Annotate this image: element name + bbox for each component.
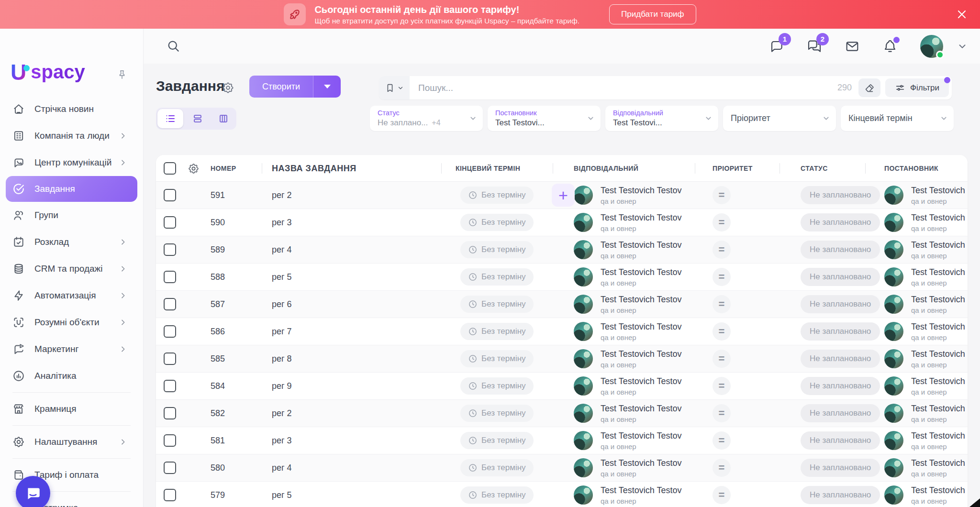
column-header-status[interactable]: СТАТУС xyxy=(780,155,865,182)
column-header-name[interactable]: НАЗВА ЗАВДАННЯ xyxy=(262,155,441,182)
responsible-person[interactable]: Test Testovich Testov qa и овнер xyxy=(574,404,695,423)
task-name[interactable]: рег 5 xyxy=(262,272,441,282)
pin-sidebar-icon[interactable] xyxy=(116,69,128,80)
row-checkbox[interactable] xyxy=(164,243,176,256)
view-kanban-button[interactable] xyxy=(211,108,236,130)
chat-icon[interactable]: 1 xyxy=(769,39,784,54)
reporter-person[interactable]: Test Testovich qa и овнер xyxy=(884,431,968,451)
user-avatar[interactable] xyxy=(920,35,943,58)
task-name[interactable]: рег 8 xyxy=(262,354,441,364)
saved-filters-bookmark[interactable] xyxy=(379,76,410,99)
task-name[interactable]: рег 4 xyxy=(262,463,441,473)
responsible-person[interactable]: Test Testovich Testov qa и овнер xyxy=(574,322,695,342)
column-header-deadline[interactable]: КІНЦЕВИЙ ТЕРМІН xyxy=(441,155,553,182)
table-row[interactable]: 582 рег 2 Без терміну xyxy=(156,400,968,427)
reporter-person[interactable]: Test Testovich qa и овнер xyxy=(884,213,968,232)
mail-icon[interactable] xyxy=(845,39,860,54)
sidebar-item-schedule[interactable]: Розклад xyxy=(0,229,143,255)
group-chats-icon[interactable]: 2 xyxy=(807,39,822,54)
support-chat-widget-button[interactable] xyxy=(16,476,50,507)
row-checkbox[interactable] xyxy=(164,462,176,474)
task-name[interactable]: рег 3 xyxy=(262,436,441,446)
column-header-priority[interactable]: ПРІОРИТЕТ xyxy=(695,155,780,182)
sidebar-item-automation[interactable]: Автоматизація xyxy=(0,282,143,309)
reporter-person[interactable]: Test Testovich qa и овнер xyxy=(884,295,968,314)
task-name[interactable]: рег 9 xyxy=(262,381,441,391)
quick-add-button[interactable]: + xyxy=(552,184,575,207)
table-row[interactable]: 588 рег 5 Без терміну xyxy=(156,264,968,291)
close-icon[interactable] xyxy=(956,9,968,20)
row-checkbox[interactable] xyxy=(164,380,176,392)
reporter-person[interactable]: Test Testovich qa и овнер xyxy=(884,267,968,287)
sidebar-item-smart-objects[interactable]: Розумні об'єкти xyxy=(0,309,143,336)
row-checkbox[interactable] xyxy=(164,298,176,310)
create-button-label[interactable]: Створити xyxy=(249,76,313,98)
columns-settings-gear-icon[interactable] xyxy=(188,163,200,175)
table-row[interactable]: 589 рег 4 Без терміну xyxy=(156,236,968,264)
buy-tariff-button[interactable]: Придбати тариф xyxy=(609,4,696,24)
reporter-person[interactable]: Test Testovich qa и овнер xyxy=(884,458,968,478)
sidebar-item-tasks[interactable]: Завдання xyxy=(6,176,137,202)
bell-icon[interactable] xyxy=(882,39,898,54)
responsible-person[interactable]: Test Testovich Testov qa и овнер xyxy=(574,349,695,369)
filters-button[interactable]: Фільтри xyxy=(885,78,949,97)
search-icon[interactable] xyxy=(166,39,180,53)
uspacy-logo[interactable]: U spacy xyxy=(11,61,85,83)
column-header-reporter[interactable]: ПОСТАНОВНИК xyxy=(865,155,968,182)
row-checkbox[interactable] xyxy=(164,325,176,338)
task-name[interactable]: рег 7 xyxy=(262,327,441,337)
responsible-person[interactable]: Test Testovich Testov qa и овнер xyxy=(574,267,695,287)
task-name[interactable]: рег 3 xyxy=(262,218,441,228)
filter-chip-priority[interactable]: Пріоритет xyxy=(723,106,836,131)
table-row[interactable]: 580 рег 4 Без терміну xyxy=(156,454,968,482)
view-cards-button[interactable] xyxy=(185,108,211,130)
chevron-down-icon[interactable] xyxy=(957,41,968,52)
table-row[interactable]: 587 рег 6 Без терміну xyxy=(156,291,968,318)
task-name[interactable]: рег 2 xyxy=(262,190,441,200)
row-checkbox[interactable] xyxy=(164,489,176,501)
responsible-person[interactable]: Test Testovich Testov qa и овнер xyxy=(574,295,695,314)
reporter-person[interactable]: Test Testovich qa и овнер xyxy=(884,240,968,260)
search-input[interactable] xyxy=(410,83,837,93)
column-header-number[interactable]: НОМЕР xyxy=(211,165,236,172)
responsible-person[interactable]: Test Testovich Testov qa и овнер xyxy=(574,458,695,478)
table-row[interactable]: 579 рег 5 Без терміну xyxy=(156,482,968,507)
reporter-person[interactable]: Test Testovich qa и овнер xyxy=(884,404,968,423)
reporter-person[interactable]: Test Testovich qa и овнер xyxy=(884,349,968,369)
row-checkbox[interactable] xyxy=(164,353,176,365)
sidebar-item-store[interactable]: Крамниця xyxy=(0,396,143,422)
create-task-split-button[interactable]: Створити xyxy=(249,76,341,98)
filter-chip-reporter[interactable]: Постановник Test Testovi... xyxy=(488,106,601,131)
reporter-person[interactable]: Test Testovich qa и овнер xyxy=(884,186,968,205)
row-checkbox[interactable] xyxy=(164,434,176,447)
task-name[interactable]: рег 5 xyxy=(262,490,441,500)
responsible-person[interactable]: Test Testovich Testov qa и овнер xyxy=(574,240,695,260)
select-all-checkbox[interactable] xyxy=(164,162,176,175)
create-dropdown-toggle[interactable] xyxy=(313,76,341,98)
table-row[interactable]: 590 рег 3 Без терміну xyxy=(156,209,968,236)
responsible-person[interactable]: Test Testovich Testov qa и овнер xyxy=(574,213,695,232)
task-name[interactable]: рег 2 xyxy=(262,408,441,419)
table-row[interactable]: 586 рег 7 Без терміну xyxy=(156,318,968,345)
responsible-person[interactable]: Test Testovich Testov qa и овнер xyxy=(574,376,695,396)
sidebar-item-analytics[interactable]: Аналітика xyxy=(0,363,143,389)
column-header-responsible[interactable]: ВІДПОВІДАЛЬНИЙ xyxy=(553,155,695,182)
sidebar-item-marketing[interactable]: Маркетинг xyxy=(0,336,143,363)
table-row[interactable]: 585 рег 8 Без терміну xyxy=(156,345,968,373)
task-name[interactable]: рег 6 xyxy=(262,299,441,309)
sidebar-item-groups[interactable]: Групи xyxy=(0,202,143,229)
table-row[interactable]: 584 рег 9 Без терміну xyxy=(156,373,968,400)
view-list-button[interactable] xyxy=(157,109,183,128)
page-settings-gear-icon[interactable] xyxy=(222,81,234,94)
responsible-person[interactable]: Test Testovich Testov qa и овнер xyxy=(574,485,695,505)
sidebar-item-crm[interactable]: CRM та продажі xyxy=(0,255,143,282)
sidebar-item-company-people[interactable]: Компанія та люди xyxy=(0,122,143,149)
reporter-person[interactable]: Test Testovich qa и овнер xyxy=(884,376,968,396)
filter-chip-status[interactable]: Статус Не заплано...+4 xyxy=(370,106,483,131)
filter-chip-responsible[interactable]: Відповідальний Test Testovi... xyxy=(605,106,718,131)
responsible-person[interactable]: Test Testovich Testov qa и овнер xyxy=(574,186,695,205)
row-checkbox[interactable] xyxy=(164,271,176,283)
row-checkbox[interactable] xyxy=(164,216,176,229)
clear-search-button[interactable] xyxy=(858,78,880,97)
reporter-person[interactable]: Test Testovich qa и овнер xyxy=(884,322,968,342)
